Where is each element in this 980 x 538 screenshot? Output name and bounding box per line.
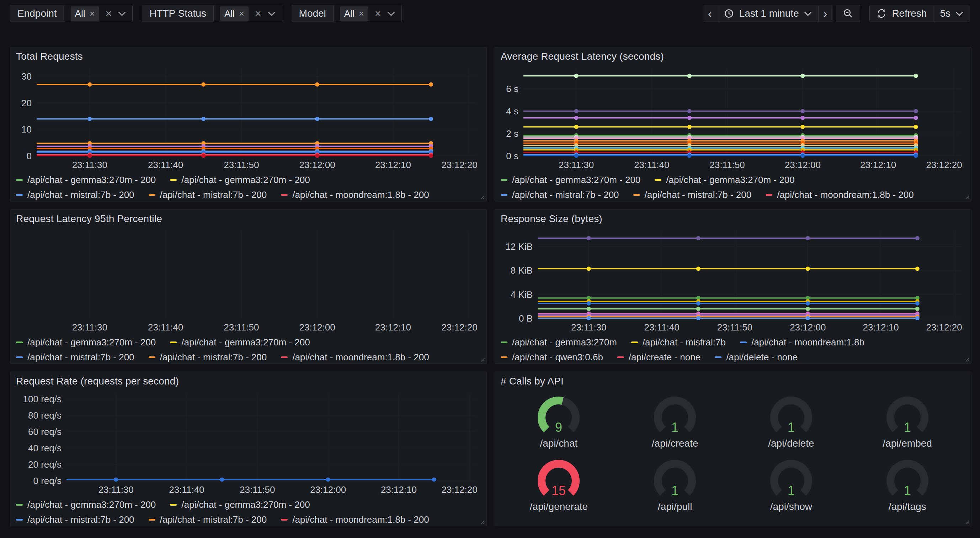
chip-close-icon[interactable]: × — [239, 9, 244, 18]
legend-item[interactable]: /api/chat - mistral:7b - 200 — [149, 189, 267, 200]
chevron-down-icon[interactable] — [118, 11, 126, 16]
zoom-out-button[interactable] — [836, 5, 860, 22]
legend-item[interactable]: /api/chat - gemma3:270m - 200 — [16, 175, 156, 186]
series-point[interactable] — [800, 109, 805, 113]
legend-item[interactable]: /api/chat - gemma3:270m - 200 — [170, 337, 310, 348]
series-point[interactable] — [114, 478, 118, 482]
series-point[interactable] — [687, 125, 692, 129]
series-point[interactable] — [315, 83, 319, 87]
legend-item[interactable]: /api/chat - mistral:7b — [631, 337, 726, 348]
legend-item[interactable]: /api/chat - gemma3:270m - 200 — [655, 175, 794, 186]
legend-item[interactable]: /api/chat - mistral:7b - 200 — [16, 352, 134, 363]
panel-resize-handle[interactable] — [964, 519, 969, 524]
legend-item[interactable]: /api/chat - moondream:1.8b - 200 — [281, 189, 429, 200]
series-point[interactable] — [574, 154, 579, 158]
series-point[interactable] — [574, 125, 579, 129]
series-point[interactable] — [574, 109, 579, 113]
legend-item[interactable]: /api/chat - gemma3:270m - 200 — [170, 499, 310, 510]
panel-resize-handle[interactable] — [964, 356, 969, 362]
refresh-button[interactable]: Refresh — [870, 5, 933, 22]
chip-close-icon[interactable]: × — [359, 9, 364, 18]
panel-resize-handle[interactable] — [479, 194, 485, 199]
series-point[interactable] — [696, 307, 700, 311]
series-point[interactable] — [696, 267, 700, 271]
series-point[interactable] — [687, 116, 692, 120]
series-point[interactable] — [315, 154, 319, 158]
legend-item[interactable]: /api/chat - mistral:7b - 200 — [501, 189, 619, 200]
series-point[interactable] — [88, 154, 92, 158]
series-point[interactable] — [914, 116, 918, 120]
legend-item[interactable]: /api/chat - moondream:1.8b - 200 — [281, 514, 429, 525]
time-shift-forward-button[interactable]: › — [818, 5, 832, 22]
series-point[interactable] — [696, 236, 700, 240]
filter-chip[interactable]: All× — [71, 6, 99, 21]
series-point[interactable] — [429, 117, 433, 121]
legend-item[interactable]: /api/chat - mistral:7b - 200 — [149, 514, 267, 525]
series-point[interactable] — [201, 154, 205, 158]
legend-item[interactable]: /api/chat - mistral:7b - 200 — [16, 514, 134, 525]
series-point[interactable] — [201, 83, 205, 87]
series-point[interactable] — [914, 74, 918, 78]
legend-item[interactable]: /api/chat - qwen3:0.6b — [501, 352, 603, 363]
total-requests-chart[interactable]: 010203023:11:3023:11:4023:11:5023:12:002… — [16, 64, 481, 171]
series-point[interactable] — [687, 154, 692, 158]
series-point[interactable] — [800, 125, 805, 129]
filter-chip[interactable]: All× — [340, 6, 368, 21]
response-size-chart[interactable]: 0 B4 KiB8 KiB12 KiB23:11:3023:11:4023:11… — [501, 227, 966, 333]
legend-item[interactable]: /api/chat - gemma3:270m - 200 — [16, 337, 156, 348]
series-point[interactable] — [800, 74, 805, 78]
series-point[interactable] — [587, 267, 591, 271]
panel-resize-handle[interactable] — [479, 519, 485, 524]
clear-icon[interactable]: × — [105, 8, 113, 19]
legend-item[interactable]: /api/chat - moondream:1.8b - 200 — [765, 189, 913, 200]
legend-item[interactable]: /api/delete - none — [715, 352, 798, 363]
series-point[interactable] — [696, 316, 700, 320]
series-point[interactable] — [587, 316, 591, 320]
series-point[interactable] — [915, 307, 920, 311]
request-rate-chart[interactable]: 0 req/s20 req/s40 req/s60 req/s80 req/s1… — [16, 389, 481, 496]
latency-95th-chart[interactable]: 23:11:3023:11:4023:11:5023:12:0023:12:10… — [16, 227, 481, 333]
series-point[interactable] — [315, 117, 319, 121]
series-point[interactable] — [429, 83, 433, 87]
series-point[interactable] — [800, 116, 805, 120]
filter-value[interactable]: All×× — [214, 5, 282, 22]
series-point[interactable] — [88, 117, 92, 121]
series-point[interactable] — [429, 154, 433, 158]
clear-icon[interactable]: × — [254, 8, 262, 19]
series-point[interactable] — [687, 109, 692, 113]
filter-value[interactable]: All×× — [334, 5, 402, 22]
legend-item[interactable]: /api/chat - gemma3:270m — [501, 337, 617, 348]
time-shift-back-button[interactable]: ‹ — [703, 5, 717, 22]
series-point[interactable] — [915, 302, 920, 306]
series-point[interactable] — [806, 307, 810, 311]
legend-item[interactable]: /api/create - none — [617, 352, 700, 363]
filter-value[interactable]: All×× — [64, 5, 133, 22]
panel-resize-handle[interactable] — [479, 356, 485, 362]
series-point[interactable] — [696, 302, 700, 306]
series-point[interactable] — [806, 267, 810, 271]
series-point[interactable] — [201, 117, 205, 121]
series-point[interactable] — [220, 478, 224, 482]
legend-item[interactable]: /api/chat - mistral:7b - 200 — [149, 352, 267, 363]
series-point[interactable] — [806, 236, 810, 240]
chevron-down-icon[interactable] — [387, 11, 395, 16]
time-range-picker[interactable]: Last 1 minute — [717, 5, 818, 22]
series-point[interactable] — [587, 236, 591, 240]
chip-close-icon[interactable]: × — [89, 9, 95, 18]
series-point[interactable] — [914, 109, 918, 113]
legend-item[interactable]: /api/chat - gemma3:270m - 200 — [501, 175, 640, 186]
series-point[interactable] — [800, 154, 805, 158]
series-point[interactable] — [574, 116, 579, 120]
series-point[interactable] — [574, 74, 579, 78]
chevron-down-icon[interactable] — [268, 11, 275, 16]
average-latency-chart[interactable]: 0 s2 s4 s6 s23:11:3023:11:4023:11:5023:1… — [501, 64, 966, 171]
series-point[interactable] — [915, 267, 920, 271]
clear-icon[interactable]: × — [374, 8, 382, 19]
series-point[interactable] — [687, 74, 692, 78]
series-point[interactable] — [587, 307, 591, 311]
series-point[interactable] — [914, 154, 918, 158]
legend-item[interactable]: /api/chat - gemma3:270m - 200 — [16, 499, 156, 510]
series-point[interactable] — [915, 316, 920, 320]
series-point[interactable] — [914, 125, 918, 129]
legend-item[interactable]: /api/chat - mistral:7b - 200 — [16, 189, 134, 200]
